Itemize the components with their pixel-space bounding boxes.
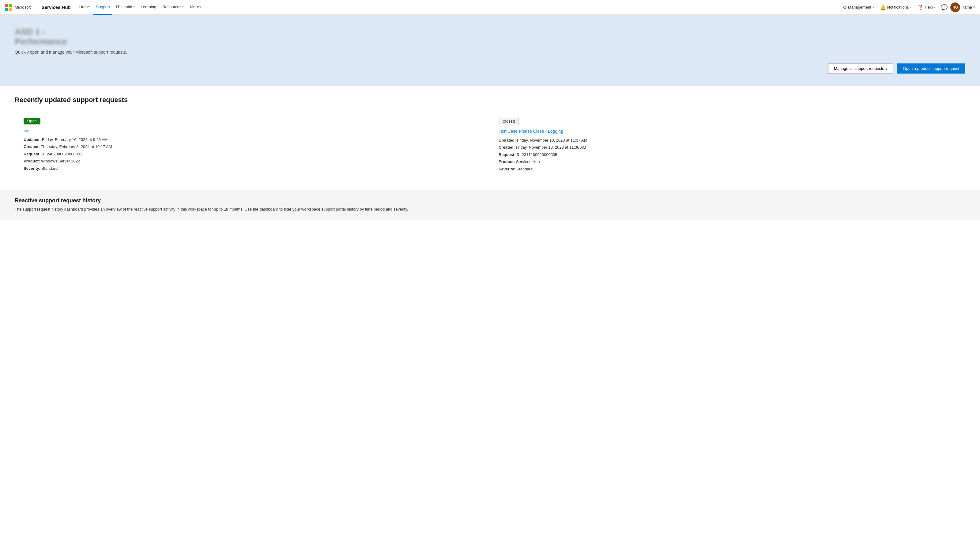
ithealth-chevron-icon: ▾ <box>133 5 135 9</box>
created-value-2: Friday, November 10, 2023 at 11:36 AM <box>516 145 586 150</box>
updated-label-1: Updated: <box>24 137 41 142</box>
nav-item-support[interactable]: Support <box>94 0 112 15</box>
request-id-value-2: 2311100020000005 <box>522 152 557 157</box>
card-meta-open: Updated: Friday, February 16, 2024 at 9:… <box>24 136 481 172</box>
nav-help[interactable]: ❓ Help ▾ <box>915 3 939 11</box>
hero-title: ASD 1 - Performance <box>15 27 94 46</box>
support-request-cards: Open test Updated: Friday, February 16, … <box>15 110 965 180</box>
microsoft-wordmark: Microsoft <box>15 5 31 10</box>
notifications-chevron-icon: ▾ <box>910 6 912 9</box>
created-label-2: Created: <box>499 145 515 150</box>
status-badge-open: Open <box>24 118 40 124</box>
updated-label-2: Updated: <box>499 138 516 142</box>
product-value-2: Services Hub <box>516 160 539 164</box>
created-value-1: Thursday, February 8, 2024 at 10:17 AM <box>41 144 112 149</box>
severity-value-2: Standard <box>517 167 533 171</box>
management-icon: ⚙ <box>843 5 847 10</box>
product-value-1: Windows Server 2022 <box>41 159 80 163</box>
severity-label-1: Severity: <box>24 166 40 171</box>
bell-icon: 🔔 <box>880 5 886 10</box>
user-display-name[interactable]: Rama <box>961 5 972 10</box>
severity-value-1: Standard <box>41 166 58 171</box>
request-id-value-1: 2402080020000001 <box>47 152 83 156</box>
history-description: The support request history dashboard pr… <box>15 206 965 213</box>
resources-chevron-icon: ▾ <box>182 5 184 9</box>
product-label-1: Product: <box>24 159 40 163</box>
microsoft-logo-icon <box>5 4 12 11</box>
product-label-2: Product: <box>499 160 515 164</box>
nav-item-ithealth[interactable]: IT Health ▾ <box>114 0 137 15</box>
navigation: Microsoft Services Hub Home Support IT H… <box>0 0 980 15</box>
request-id-label-1: Request ID: <box>24 152 46 156</box>
user-menu-chevron-icon[interactable]: ▾ <box>973 5 975 9</box>
support-request-card-closed: Closed Test Case Please Close - Logging … <box>490 110 965 180</box>
more-chevron-icon: ▾ <box>200 5 202 9</box>
status-badge-closed: Closed <box>499 118 519 125</box>
open-support-request-button[interactable]: Open a product support request <box>897 64 965 73</box>
nav-item-resources[interactable]: Resources ▾ <box>160 0 186 15</box>
history-title: Reactive support request history <box>15 197 965 204</box>
user-avatar[interactable]: RG <box>950 2 960 12</box>
hero-section: ASD 1 - Performance Quickly open and man… <box>0 15 980 86</box>
nav-item-home[interactable]: Home <box>77 0 92 15</box>
support-request-card-open: Open test Updated: Friday, February 16, … <box>15 110 490 180</box>
nav-divider <box>38 4 38 11</box>
help-chevron-icon: ▾ <box>934 6 935 9</box>
main-content: Recently updated support requests Open t… <box>0 86 980 230</box>
nav-menu: Home Support IT Health ▾ Learning Resour… <box>77 0 840 15</box>
severity-label-2: Severity: <box>499 167 515 171</box>
created-label-1: Created: <box>24 144 40 149</box>
card-link-test-case[interactable]: Test Case Please Close - Logging <box>499 129 563 134</box>
management-chevron-icon: ▾ <box>872 6 874 9</box>
nav-notifications[interactable]: 🔔 Notifications ▾ <box>878 3 914 11</box>
manage-requests-button[interactable]: Manage all support requests › <box>828 63 893 74</box>
help-icon: ❓ <box>918 5 924 10</box>
request-id-label-2: Request ID: <box>499 152 520 157</box>
updated-value-1: Friday, February 16, 2024 at 9:43 AM <box>42 137 108 142</box>
card-link-test[interactable]: test <box>24 128 30 133</box>
chat-icon[interactable]: 💬 <box>939 2 949 12</box>
hero-subtitle: Quickly open and manage your Microsoft s… <box>15 49 965 54</box>
hero-buttons: Manage all support requests › Open a pro… <box>15 63 965 74</box>
card-meta-closed: Updated: Friday, November 10, 2023 at 11… <box>499 137 956 172</box>
app-brand: Services Hub <box>41 5 71 10</box>
history-section: Reactive support request history The sup… <box>0 190 980 220</box>
chevron-right-icon: › <box>886 66 887 71</box>
nav-item-learning[interactable]: Learning <box>138 0 159 15</box>
recently-updated-title: Recently updated support requests <box>15 96 965 104</box>
updated-value-2: Friday, November 10, 2023 at 11:37 AM <box>517 138 587 142</box>
nav-item-more[interactable]: More ▾ <box>188 0 204 15</box>
nav-right: ⚙ Management ▾ 🔔 Notifications ▾ ❓ Help … <box>840 2 975 12</box>
nav-logo[interactable]: Microsoft <box>5 4 31 11</box>
nav-management[interactable]: ⚙ Management ▾ <box>840 3 877 11</box>
